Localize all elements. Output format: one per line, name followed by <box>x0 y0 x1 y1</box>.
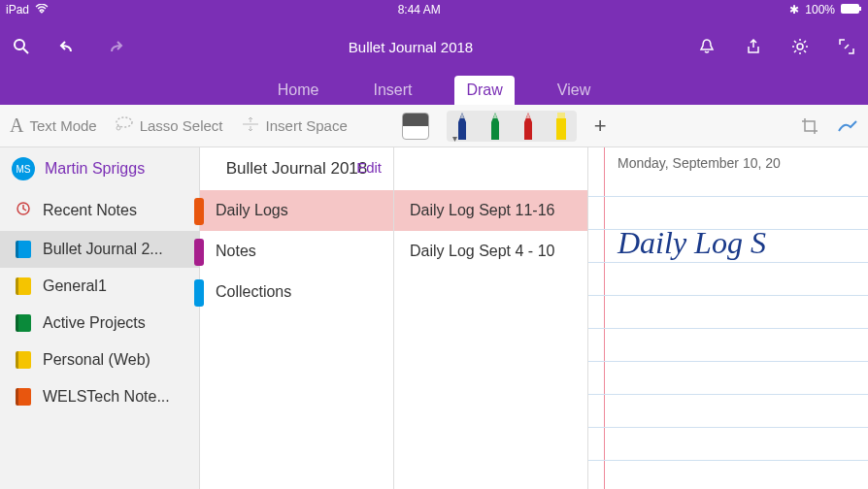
lasso-select-button[interactable]: Lasso Select <box>115 115 223 136</box>
add-pen-button[interactable]: + <box>594 114 607 139</box>
insert-space-button[interactable]: Insert Space <box>241 115 348 136</box>
page-item[interactable]: Daily Log Sept 4 - 10 <box>394 231 587 272</box>
status-bar: iPad 8:44 AM ✱ 100% <box>0 0 868 19</box>
app-header: Bullet Journal 2018 <box>0 19 868 74</box>
chevron-down-icon[interactable]: ▾ <box>452 133 457 144</box>
svg-rect-0 <box>841 4 859 14</box>
pen-red[interactable] <box>520 113 536 140</box>
notebook-label: Recent Notes <box>43 202 137 219</box>
eraser-icon <box>402 113 429 140</box>
notebook-label: General1 <box>43 277 107 295</box>
notebook-sidebar: MS Martin Spriggs Recent NotesBullet Jou… <box>0 147 200 489</box>
svg-rect-9 <box>557 113 565 118</box>
notebook-label: Active Projects <box>43 314 146 332</box>
paper-rule-line <box>588 262 868 263</box>
fullscreen-icon[interactable] <box>835 35 858 58</box>
section-color-tab <box>194 279 204 307</box>
tab-home[interactable]: Home <box>266 76 331 105</box>
section-item[interactable]: Daily Logs <box>200 190 393 231</box>
paper-rule-line <box>588 196 868 197</box>
notebook-label: Personal (Web) <box>43 351 150 369</box>
pen-highlighter[interactable] <box>553 113 569 140</box>
edit-button[interactable]: Edit <box>356 159 382 176</box>
ribbon-tabs: Home Insert Draw View <box>0 74 868 105</box>
share-icon[interactable] <box>742 35 765 58</box>
bell-icon[interactable] <box>695 35 718 58</box>
page-label: Daily Log Sept 11-16 <box>410 202 554 218</box>
notebook-item[interactable]: General1 <box>0 268 199 305</box>
tab-view[interactable]: View <box>546 76 602 105</box>
svg-line-3 <box>23 49 28 53</box>
battery-icon <box>841 3 862 16</box>
svg-rect-1 <box>859 7 861 11</box>
notebook-icon <box>16 241 31 258</box>
lasso-label: Lasso Select <box>140 117 223 134</box>
paper-rule-line <box>588 394 868 395</box>
canvas-date: Monday, September 10, 20 <box>618 155 781 171</box>
lasso-icon <box>115 115 134 136</box>
section-header-title: Bullet Journal 2018 <box>226 159 368 178</box>
ink-to-shape-icon[interactable] <box>837 117 858 135</box>
notebook-label: WELSTech Note... <box>43 388 170 406</box>
notebook-item[interactable]: Personal (Web) <box>0 342 199 378</box>
notebook-item[interactable]: Active Projects <box>0 305 199 342</box>
notebook-item[interactable]: Bullet Journal 2... <box>0 231 199 268</box>
redo-icon[interactable] <box>103 35 126 58</box>
insert-space-label: Insert Space <box>266 117 348 134</box>
notebook-icon <box>16 351 31 369</box>
crop-icon[interactable] <box>800 116 819 136</box>
paper-margin <box>604 147 605 489</box>
notebook-icon <box>16 277 31 295</box>
section-list: Bullet Journal 2018 Edit Daily LogsNotes… <box>200 147 394 489</box>
section-label: Notes <box>216 243 256 259</box>
text-icon: A <box>10 114 23 137</box>
insert-space-icon <box>241 115 260 136</box>
eraser-button[interactable] <box>402 113 429 140</box>
notebook-item[interactable]: Recent Notes <box>0 190 199 231</box>
notebook-icon <box>16 314 31 332</box>
paper-rule-line <box>588 460 868 461</box>
svg-point-6 <box>117 126 120 130</box>
notebook-item[interactable]: WELSTech Note... <box>0 378 199 415</box>
svg-point-5 <box>117 117 132 127</box>
section-item[interactable]: Collections <box>200 272 393 312</box>
notebook-icon <box>16 388 31 406</box>
bluetooth-icon: ✱ <box>789 3 799 16</box>
section-label: Collections <box>216 283 291 300</box>
battery-percent: 100% <box>805 3 835 16</box>
user-account[interactable]: MS Martin Spriggs <box>0 147 199 190</box>
section-label: Daily Logs <box>216 202 288 218</box>
pen-green[interactable] <box>487 113 503 140</box>
svg-rect-8 <box>556 118 566 140</box>
wifi-icon <box>35 3 49 16</box>
section-color-tab <box>194 239 204 266</box>
draw-toolbar: A Text Mode Lasso Select Insert Space ▾ … <box>0 105 868 147</box>
svg-point-4 <box>797 44 803 49</box>
search-icon[interactable] <box>10 35 33 58</box>
page-list: Daily Log Sept 11-16Daily Log Sept 4 - 1… <box>394 147 588 489</box>
paper-rule-line <box>588 229 868 230</box>
tab-draw[interactable]: Draw <box>454 76 514 105</box>
svg-point-2 <box>15 40 24 49</box>
notebook-title: Bullet Journal 2018 <box>349 39 473 55</box>
paper-rule-line <box>588 328 868 329</box>
status-time: 8:44 AM <box>398 3 441 16</box>
user-name: Martin Spriggs <box>45 160 145 178</box>
paper-rule-line <box>588 361 868 362</box>
undo-icon[interactable] <box>56 35 80 58</box>
tab-insert[interactable]: Insert <box>361 76 423 105</box>
device-label: iPad <box>6 3 29 16</box>
avatar: MS <box>12 157 35 180</box>
pen-selector[interactable]: ▾ <box>447 111 577 142</box>
text-mode-button[interactable]: A Text Mode <box>10 114 97 137</box>
note-canvas[interactable]: Monday, September 10, 20 Daily Log S <box>588 147 868 489</box>
handwriting-text: Daily Log S <box>618 225 766 261</box>
gear-icon[interactable] <box>788 35 812 58</box>
paper-rule-line <box>588 295 868 296</box>
notebook-icon <box>16 200 31 221</box>
section-item[interactable]: Notes <box>200 231 393 272</box>
section-color-tab <box>194 198 204 225</box>
page-item[interactable]: Daily Log Sept 11-16 <box>394 190 587 231</box>
notebook-label: Bullet Journal 2... <box>43 241 163 258</box>
paper-rule-line <box>588 427 868 428</box>
